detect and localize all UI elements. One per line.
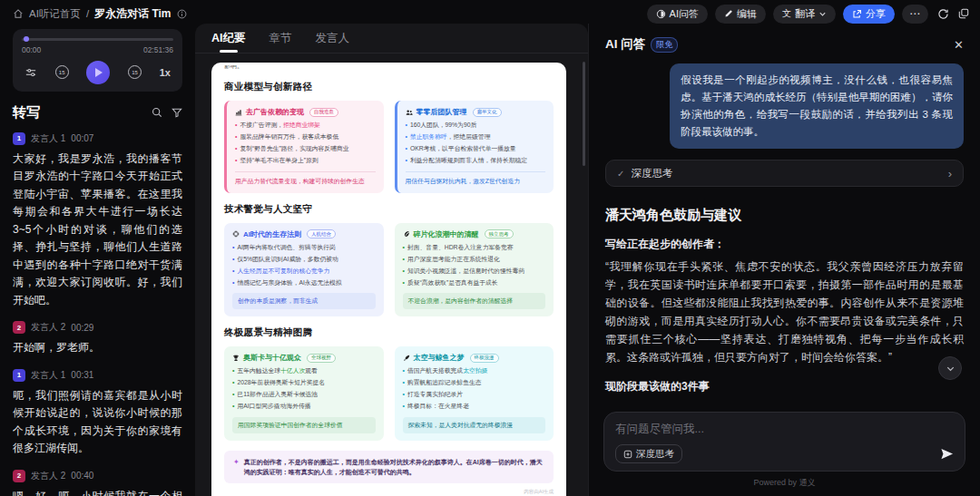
input-placeholder: 有问题尽管问我...	[615, 422, 954, 437]
card-badge: 独立思考	[485, 229, 514, 238]
card-bullet: •情感记忆与亲身体验，AI永远无法模拟	[232, 278, 376, 288]
trophy-icon	[232, 355, 240, 362]
tab-chapters[interactable]: 章节	[270, 24, 292, 53]
scrollbar-thumb[interactable]	[583, 62, 585, 166]
transcript-entry[interactable]: 1 发言人 1 00:07 大家好，我是罗永浩，我的播客节目罗永浩的十字路口今天…	[13, 132, 182, 310]
windows-icon[interactable]	[958, 8, 969, 19]
filter-icon[interactable]	[172, 107, 182, 118]
qa-chat-area[interactable]: 假设我是一个刚起步的视频博主，没什么钱，也很容易焦虑。基于潘天鸿的成长经历（特别…	[589, 60, 980, 404]
scroll-down-button[interactable]	[938, 356, 962, 380]
topbar-actions: AI问答 编辑 文翻译 分享 ⋯	[647, 5, 969, 24]
bullet-dot-icon: •	[406, 132, 407, 142]
timestamp[interactable]: 00:07	[71, 133, 93, 143]
card-footer: 创作的本质是洞察，而非生成	[232, 293, 376, 309]
refresh-icon[interactable]	[937, 8, 949, 20]
summary-quote-text: 真正的创作者，不是内容的搬运工，而是用生命经验对抗技术异化的叙事诗人。在AI席卷…	[244, 457, 544, 477]
bullet-dot-icon: •	[403, 378, 405, 388]
card-badge: 终极浪漫	[470, 354, 499, 363]
timestamp[interactable]: 00:40	[71, 471, 93, 481]
edit-button[interactable]: 编辑	[715, 5, 766, 24]
bullet-dot-icon: •	[403, 402, 405, 412]
transcript-text[interactable]: 嗯，好，呃，小时候我就在一个相对标准的一个家庭里面长大吧。	[13, 488, 182, 496]
transcript-list[interactable]: 1 发言人 1 00:07 大家好，我是罗永浩，我的播客节目罗永浩的十字路口今天…	[13, 132, 182, 496]
card-bullet-list: •五年内触达全球十亿人次观看•2028年前获得奥斯卡短片奖提名•已11部作品进入…	[232, 366, 376, 412]
star-icon: ✦	[233, 457, 240, 477]
timestamp[interactable]: 00:31	[71, 370, 93, 380]
bullet-dot-icon: •	[232, 255, 234, 265]
bullet-dot-icon: •	[235, 121, 237, 131]
play-icon	[95, 68, 103, 77]
bullet-dot-icon: •	[406, 144, 407, 154]
share-icon	[852, 9, 862, 19]
speaker-badge: 2	[13, 321, 25, 334]
summary-topic-card: 奥斯卡与十亿观众 全球视野 •五年内触达全球十亿人次观看•2028年前获得奥斯卡…	[224, 346, 384, 441]
card-bullet: •用AI口型同步撬动海外传播	[232, 402, 376, 412]
card-bullet: •质疑“高效获取”是否真有益于成长	[403, 278, 546, 288]
forward-15-button[interactable]: 15	[128, 65, 142, 79]
summary-section: 技术警觉与人文坚守 AI时代的生存法则 人机结合 •AI两年内将取代调色、剪辑等…	[224, 203, 554, 317]
section-heading: 技术警觉与人文坚守	[224, 203, 554, 216]
transcript-text[interactable]: 大家好，我是罗永浩，我的播客节目罗永浩的十字路口今天开始正式登陆小宇宙、苹果播客…	[13, 151, 182, 310]
bullet-dot-icon: •	[403, 267, 405, 277]
audio-player: 00:00 02:51:36 15 15 1x	[13, 29, 182, 92]
answer-intro-label: 写给正在起步的创作者：	[605, 237, 964, 252]
breadcrumb-home[interactable]: AI听记首页	[29, 7, 81, 21]
qa-panel-header: AI 问答 限免 ✕	[589, 24, 980, 60]
tune-icon[interactable]	[24, 67, 37, 78]
card-badge: 扁平文化	[473, 108, 502, 117]
close-icon[interactable]: ✕	[954, 38, 964, 52]
card-bullet: •知识类小视频泛滥，是信息时代的慢性毒药	[403, 267, 546, 277]
deep-think-toggle[interactable]: ✓ 深度思考 ›	[605, 160, 964, 187]
card-bullet: •五年内触达全球十亿人次观看	[232, 366, 376, 376]
bullet-dot-icon: •	[235, 144, 237, 154]
search-icon[interactable]	[152, 107, 162, 118]
cards-row: 去广告依赖的变现 自我造血 •不接广告评测，拒绝商业绑架•服装品牌年销百万件，获…	[224, 101, 554, 193]
bullet-dot-icon: •	[232, 267, 234, 277]
progress-bar[interactable]	[22, 38, 173, 41]
timestamp[interactable]: 00:29	[71, 323, 93, 333]
summary-sections: 商业模型与创新路径 去广告依赖的变现 自我造血 •不接广告评测，拒绝商业绑架•服…	[224, 81, 554, 441]
summary-topic-card: 碎片化浪潮中的清醒 独立思考 •封面、音量、HDR卷入注意力军备竞赛•用户深度思…	[395, 223, 554, 317]
info-icon[interactable]	[177, 9, 187, 19]
more-button[interactable]: ⋯	[902, 5, 928, 24]
rewind-15-button[interactable]: 15	[55, 65, 69, 79]
deep-think-chip[interactable]: 深度思考	[615, 444, 682, 463]
transcript-panel: 00:00 02:51:36 15 15 1x 转写	[0, 24, 195, 496]
speed-button[interactable]: 1x	[160, 67, 171, 78]
card-title: 碎片化浪潮中的清醒	[414, 229, 479, 239]
send-button[interactable]	[940, 447, 954, 461]
card-bullet: •坚持“羊毛不出在羊身上”原则	[235, 156, 376, 166]
bullet-dot-icon: •	[232, 243, 234, 253]
tab-speakers[interactable]: 发言人	[316, 24, 350, 53]
deep-think-label: 深度思考	[631, 167, 672, 180]
card-bullet: •2028年前获得奥斯卡短片奖提名	[232, 378, 376, 388]
question-input[interactable]: 有问题尽管问我... 深度思考	[603, 412, 965, 472]
transcript-text[interactable]: 开始啊，罗老师。	[13, 339, 182, 357]
ai-qa-button[interactable]: AI问答	[647, 5, 708, 24]
transcript-entry[interactable]: 2 发言人 2 00:40 嗯，好，呃，小时候我就在一个相对标准的一个家庭里面长…	[13, 470, 182, 496]
transcript-entry[interactable]: 2 发言人 2 00:29 开始啊，罗老师。	[13, 321, 182, 357]
summary-document[interactable]: 影响。 商业模型与创新路径 去广告依赖的变现 自我造血 •不接广告评测，拒绝商业…	[195, 53, 588, 496]
share-button[interactable]: 分享	[843, 5, 895, 24]
translate-button[interactable]: 文翻译	[773, 5, 836, 24]
progress-knob[interactable]	[24, 36, 29, 42]
card-title: AI时代的生存法则	[243, 229, 301, 239]
section-heading: 商业模型与创新路径	[224, 81, 554, 93]
summary-topic-card: 去广告依赖的变现 自我造血 •不接广告评测，拒绝商业绑架•服装品牌年销百万件，获…	[224, 101, 384, 193]
answer-intro-quote: “我理解你现在手头紧张、焦虑不安的状态。我父亲曾因经济压力放弃留学，我在英国读书…	[605, 258, 964, 366]
card-footer: 用信任与自驱对抗内耗，激发Z世代创造力	[406, 171, 546, 186]
bullet-dot-icon: •	[235, 156, 237, 166]
bullet-dot-icon: •	[403, 278, 405, 288]
team-icon	[406, 109, 413, 116]
card-bullet: •终极目标：在火星终老	[403, 402, 546, 412]
card-bullet: •仅5%团队意识到AI威胁，多数仍被动	[232, 255, 376, 265]
home-icon[interactable]	[13, 8, 24, 19]
card-badge: 全球视野	[307, 354, 336, 363]
chevron-right-icon: ›	[948, 167, 952, 180]
transcript-entry[interactable]: 1 发言人 1 00:31 呃，我们照例请的嘉宾都是从小时候开始说起的，说说你小…	[13, 369, 182, 458]
topbar: AI听记首页 / 罗永浩对话 Tim AI问答 编辑 文翻译 分享 ⋯	[0, 0, 980, 24]
tab-ai-summary[interactable]: AI纪要	[211, 24, 246, 53]
clipped-line: 影响。	[224, 65, 554, 71]
transcript-text[interactable]: 呃，我们照例请的嘉宾都是从小时候开始说起的，说说你小时候的那个成长环境，因为关于…	[13, 387, 182, 458]
play-button[interactable]	[86, 61, 110, 84]
